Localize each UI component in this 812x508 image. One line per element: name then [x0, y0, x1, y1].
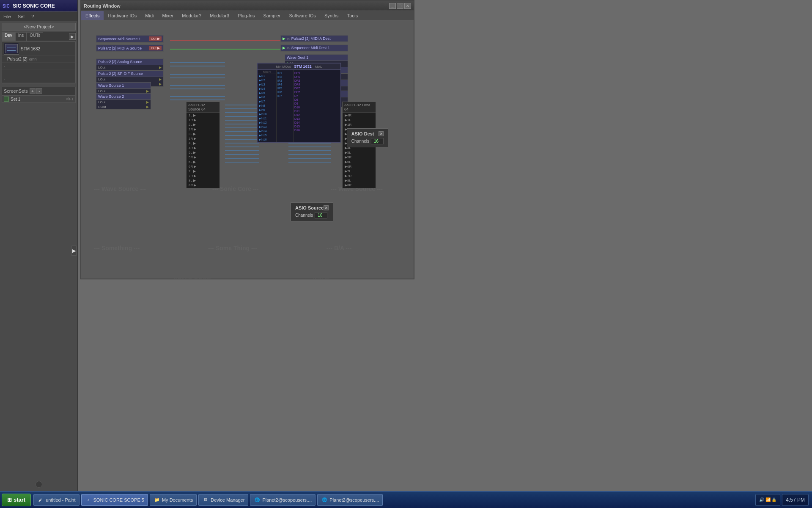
stm-port-il1: ▶IL1	[258, 74, 276, 78]
asio-dest-close-button[interactable]: ✕	[379, 131, 384, 136]
screensets-section: ScreenSets + - Set 1 Alt-1	[2, 87, 76, 103]
wave2-lout: LOut ▶	[96, 100, 151, 105]
asio-source-close-button[interactable]: ✕	[324, 205, 329, 210]
stm-port-in16: ▶In16	[258, 138, 276, 142]
win-minimize-button[interactable]: _	[389, 3, 396, 9]
asio-src-2r: 2R ▶	[187, 127, 219, 132]
asio-src-6r: 6R ▶	[187, 164, 219, 169]
start-button[interactable]: ⊞ start	[2, 494, 31, 506]
stm-d8: D8	[294, 98, 310, 102]
node-asio1-32-source[interactable]: ASIO1-32 Source 64 1L ▶ 1R ▶ 2L ▶ 2R ▶ 3…	[186, 102, 220, 188]
rmenu-mixer[interactable]: Mixer	[158, 11, 178, 20]
asio-dst-6r: ▶6R	[343, 164, 375, 169]
taskbar-paint[interactable]: 🖌 untitled - Paint	[33, 494, 79, 506]
device-row-stm[interactable]: ▬▬▬▬ ▬▬▬▬ STM 1632	[2, 42, 75, 56]
rmenu-midi[interactable]: Midi	[141, 11, 158, 20]
bg-text-5: --- Some Thing ---	[208, 245, 257, 251]
taskbar-device-manager-label: Device Manager	[211, 497, 244, 502]
taskbar-my-docs[interactable]: 📁 My Documents	[150, 494, 197, 506]
node-seq-midi-dest[interactable]: ▶ In Sequencer Midi Dest 1	[280, 44, 348, 52]
node-stm-1632[interactable]: Min MOut STM 1632 MixL Mix R ▶IL1 ▶IL2 ▶…	[257, 63, 341, 143]
stm-mix: MixL	[315, 65, 322, 69]
rmenu-synths[interactable]: Synths	[320, 11, 343, 20]
planet2-1-icon: 🌐	[254, 497, 261, 503]
stm-port-il2: ▶IL2	[258, 78, 276, 83]
stm-dr6: DR6	[294, 90, 310, 94]
stm-d10: D10	[294, 105, 310, 109]
stm-port-in8: ▶In8	[258, 104, 276, 108]
asio-source-label: ASIO Source	[295, 205, 324, 210]
menu-help[interactable]: ?	[28, 13, 37, 20]
rmenu-tools[interactable]: Tools	[343, 11, 362, 20]
stm-port-in13: ▶In13	[258, 125, 276, 129]
device-manager-icon: 🖥	[202, 497, 209, 503]
pulsar-spdif-source-label: Pulsar2 [2] SP-DIF Source	[98, 72, 143, 76]
node-wave-source-2[interactable]: Wave Source 2 LOut ▶ ROut ▶	[96, 93, 151, 110]
rmenu-sampler[interactable]: Sampler	[259, 11, 285, 20]
asio-src-6l: 6L ▶	[187, 160, 219, 164]
stm-d15: D15	[294, 124, 310, 128]
seq-midi-dest-label: Sequencer Midi Dest 1	[291, 46, 330, 50]
asio-src-1r: 1R ▶	[187, 118, 219, 122]
tab-outs[interactable]: OUTs	[27, 32, 43, 41]
asio-dest-label: ASIO Dest	[351, 131, 374, 136]
bg-text-6: --- B/A ---	[326, 245, 351, 251]
menu-file[interactable]: File	[0, 13, 14, 20]
taskbar-planet2-1[interactable]: 🌐 Planet2@scopeusers....	[250, 494, 315, 506]
taskbar-planet2-2[interactable]: 🌐 Planet2@scopeusers....	[317, 494, 383, 506]
taskbar-device-manager[interactable]: 🖥 Device Manager	[198, 494, 248, 506]
asio-source-box[interactable]: ASIO Source ✕ Channels 16	[291, 202, 333, 221]
node-pulsar-midi-dest[interactable]: ▶ In Pulsar2 [2] MIDI A Dest	[280, 35, 348, 42]
tab-dev[interactable]: Dev	[2, 32, 15, 41]
tab-ins[interactable]: Ins	[15, 32, 27, 41]
device-name-pulsar: Pulsar2 [2]	[7, 57, 27, 61]
device-row-pulsar[interactable]: Pulsar2 [2] omni	[2, 56, 75, 63]
asio-dest-channels: Channels 16	[351, 138, 384, 144]
stm-ir5: IR5	[277, 86, 293, 90]
node-pulsar-midi-source[interactable]: Pulsar2 [2] MIDI A Source Out ▶	[96, 44, 164, 52]
node-seq-midi-source[interactable]: Sequencer Midi Source 1 Out ▶	[96, 35, 164, 43]
asio1-32-source-header: ASIO1-32 Source 64	[187, 102, 219, 113]
pulsar-analog-lout: LOut ▶	[96, 65, 163, 70]
asio1-32-dest-label: ASIO1-32 Dest 64	[344, 103, 370, 111]
panel-expand-button[interactable]: ▶	[69, 33, 76, 40]
stm-title: STM 1632	[294, 64, 312, 69]
stm-ir6: IR6	[277, 90, 293, 94]
screensets-remove-button[interactable]: -	[36, 88, 42, 94]
taskbar-sonic-core[interactable]: ♪ SONIC CORE SCOPE 5	[81, 494, 148, 506]
stm-ir4: IR4	[277, 83, 293, 86]
stm-subtitle: Min MOut	[276, 65, 291, 69]
rmenu-effects[interactable]: Effects	[81, 11, 104, 20]
rmenu-plugins[interactable]: Plug-Ins	[233, 11, 259, 20]
sc-menu: File Set ?	[0, 12, 77, 21]
bg-text-8: --- SONIC CORE ---	[166, 276, 218, 279]
asio-dest-box[interactable]: ASIO Dest ✕ Channels 16	[347, 128, 388, 147]
pulsar-midi-dest-arrow: ▶	[283, 36, 285, 41]
asio-dst-7l: ▶7L	[343, 169, 375, 174]
start-icon: ⊞	[7, 497, 12, 503]
stm-dr1: DR1	[294, 71, 310, 75]
routing-canvas: --- Wave Source --- --- Sonic Core --- -…	[81, 20, 414, 279]
project-bar[interactable]: <New Project>	[2, 23, 76, 30]
taskbar: ⊞ start 🖌 untitled - Paint ♪ SONIC CORE …	[0, 491, 812, 508]
rmenu-hardware-ios[interactable]: Hardware IOs	[104, 11, 141, 20]
asio-source-channels-value[interactable]: 16	[315, 212, 327, 218]
sc-text: SIC	[3, 4, 10, 8]
asio-dest-channels-value[interactable]: 16	[371, 138, 384, 144]
rmenu-software-ios[interactable]: Software IOs	[285, 11, 320, 20]
stm-dr5: DR5	[294, 86, 310, 90]
rmenu-modular[interactable]: Modular?	[178, 11, 206, 20]
stm-port-in11: ▶In11	[258, 116, 276, 121]
menu-set[interactable]: Set	[14, 13, 28, 20]
screensets-add-button[interactable]: +	[30, 88, 36, 94]
win-close-button[interactable]: ✕	[404, 3, 411, 9]
pulsar-midi-dest-label: Pulsar2 [2] MIDI A Dest	[291, 36, 331, 41]
panel-scroll-arrow[interactable]: ▶	[71, 246, 77, 256]
stm-port-in10: ▶In10	[258, 112, 276, 116]
rmenu-modular3[interactable]: Modular3	[206, 11, 233, 20]
sys-tray-icons: 🔊 📶 🔒	[759, 497, 777, 502]
wave2-rout: ROut ▶	[96, 105, 151, 109]
win-maximize-button[interactable]: □	[397, 3, 403, 9]
screenset-item-1[interactable]: Set 1 Alt-1	[2, 95, 76, 103]
stm-port-il4: ▶IL4	[258, 87, 276, 91]
